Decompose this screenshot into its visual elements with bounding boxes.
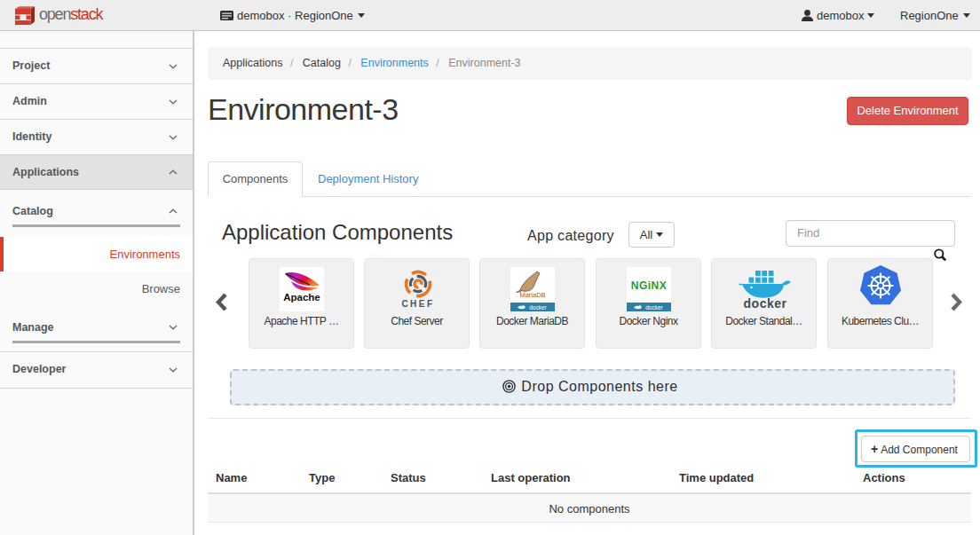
svg-text:docker: docker bbox=[645, 304, 663, 311]
svg-text:MariaDB: MariaDB bbox=[519, 291, 545, 299]
svg-text:CHEF: CHEF bbox=[401, 299, 434, 309]
svg-text:docker: docker bbox=[744, 296, 787, 311]
svg-text:NGiNX: NGiNX bbox=[631, 279, 668, 292]
svg-text:Apache: Apache bbox=[283, 292, 320, 303]
svg-text:docker: docker bbox=[529, 304, 547, 311]
